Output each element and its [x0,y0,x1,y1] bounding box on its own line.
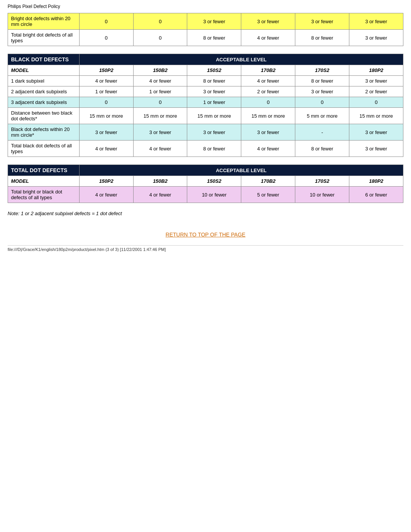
bright-yellow-v6: 3 or fewer [349,13,403,30]
black-dot-row-2-v3: 0 [241,97,295,108]
black-dot-row-4-v1: 3 or fewer [133,124,187,141]
black-dot-row-1-v1: 1 or fewer [133,86,187,97]
total-dot-model-150s2: 150S2 [187,176,241,187]
black-dot-model-150p2: 150P2 [79,65,133,76]
bright-yellow-row: Bright dot defects within 20 mm circle 0… [8,13,403,30]
return-link-container: RETURN TO TOP OF THE PAGE [8,232,403,238]
footer-bar: file:///D|/Grace/K1/english/180p2m/produ… [8,245,403,252]
black-dot-row-3-v1: 15 mm or more [133,108,187,124]
black-dot-model-150s2: 150S2 [187,65,241,76]
black-dot-row-0-v4: 8 or fewer [295,76,349,86]
total-dot-model-150p2: 150P2 [79,176,133,187]
black-dot-row-3-v0: 15 mm or more [79,108,133,124]
bright-total-v3: 8 or fewer [187,30,241,46]
black-dot-row-2-v1: 0 [133,97,187,108]
total-dot-acceptable-label: ACCEPTABLE LEVEL [79,165,403,176]
bright-total-v1: 0 [79,30,133,46]
black-dot-row-0-v3: 4 or fewer [241,76,295,86]
black-dot-row-5-v4: 8 or fewer [295,141,349,157]
total-dot-row-0-v2: 10 or fewer [187,187,241,203]
bright-total-v6: 3 or fewer [349,30,403,46]
total-dot-model-label: MODEL [8,176,80,187]
return-to-top-link[interactable]: RETURN TO TOP OF THE PAGE [166,232,245,238]
black-dot-model-180p2: 180P2 [349,65,403,76]
black-dot-row-3-v5: 15 mm or more [349,108,403,124]
black-dot-model-label: MODEL [8,65,80,76]
black-dot-row-1-label: 2 adjacent dark subpixels [8,86,80,97]
black-dot-row-3: Distance between two black dot defects* … [8,108,403,124]
black-dot-row-3-label: Distance between two black dot defects* [8,108,80,124]
bright-yellow-v3: 3 or fewer [187,13,241,30]
bright-dot-partial-table: Bright dot defects within 20 mm circle 0… [8,13,403,46]
total-dot-table: TOTAL DOT DEFECTS ACCEPTABLE LEVEL MODEL… [8,165,403,203]
bright-total-v2: 0 [133,30,187,46]
total-dot-model-180p2: 180P2 [349,176,403,187]
black-dot-row-3-v4: 5 mm or more [295,108,349,124]
black-dot-row-1-v5: 2 or fewer [349,86,403,97]
total-dot-model-170b2: 170B2 [241,176,295,187]
black-dot-row-3-v3: 15 mm or more [241,108,295,124]
bright-yellow-v4: 3 or fewer [241,13,295,30]
total-dot-row-0-label: Total bright or black dot defects of all… [8,187,80,203]
bright-yellow-v1: 0 [79,13,133,30]
black-dot-row-0-v1: 4 or fewer [133,76,187,86]
black-dot-row-0-v5: 3 or fewer [349,76,403,86]
black-dot-acceptable-label: ACCEPTABLE LEVEL [79,54,403,65]
total-dot-model-150b2: 150B2 [133,176,187,187]
black-dot-row-5-label: Total black dot defects of all types [8,141,80,157]
bright-total-v5: 8 or fewer [295,30,349,46]
black-dot-row-1-v3: 2 or fewer [241,86,295,97]
total-dot-model-170s2: 170S2 [295,176,349,187]
total-dot-row-0-v4: 10 or fewer [295,187,349,203]
black-dot-row-2-v0: 0 [79,97,133,108]
total-dot-row-0-v5: 6 or fewer [349,187,403,203]
black-dot-row-1-v4: 3 or fewer [295,86,349,97]
black-dot-model-170s2: 170S2 [295,65,349,76]
bright-total-label: Total bright dot defects of all types [8,30,80,46]
black-dot-row-2-v2: 1 or fewer [187,97,241,108]
black-dot-row-4-v0: 3 or fewer [79,124,133,141]
black-dot-row-4-v4: - [295,124,349,141]
bright-yellow-label: Bright dot defects within 20 mm circle [8,13,80,30]
black-dot-section-label: BLACK DOT DEFECTS [8,54,80,65]
black-dot-row-5: Total black dot defects of all types 4 o… [8,141,403,157]
black-dot-row-5-v5: 3 or fewer [349,141,403,157]
black-dot-table: BLACK DOT DEFECTS ACCEPTABLE LEVEL MODEL… [8,54,403,157]
black-dot-row-2-v4: 0 [295,97,349,108]
black-dot-model-170b2: 170B2 [241,65,295,76]
black-dot-row-5-v0: 4 or fewer [79,141,133,157]
total-dot-row-0-v3: 5 or fewer [241,187,295,203]
black-dot-row-0-v2: 8 or fewer [187,76,241,86]
bright-total-row: Total bright dot defects of all types 0 … [8,30,403,46]
bright-yellow-v2: 0 [133,13,187,30]
note-text: Note: 1 or 2 adjacent subpixel defects =… [8,211,403,216]
page-title: Philips Pixel Defect Policy [8,4,403,9]
black-dot-row-4-v2: 3 or fewer [187,124,241,141]
black-dot-row-4-v3: 3 or fewer [241,124,295,141]
total-dot-header-row: TOTAL DOT DEFECTS ACCEPTABLE LEVEL [8,165,403,176]
total-dot-row-0-v1: 4 or fewer [133,187,187,203]
black-dot-model-row: MODEL 150P2 150B2 150S2 170B2 170S2 180P… [8,65,403,76]
black-dot-row-0-v0: 4 or fewer [79,76,133,86]
black-dot-row-4: Black dot defects within 20 mm circle* 3… [8,124,403,141]
total-dot-row-0-v0: 4 or fewer [79,187,133,203]
black-dot-row-5-v3: 4 or fewer [241,141,295,157]
black-dot-row-4-label: Black dot defects within 20 mm circle* [8,124,80,141]
black-dot-row-1-v2: 3 or fewer [187,86,241,97]
black-dot-row-0-label: 1 dark subpixel [8,76,80,86]
black-dot-model-150b2: 150B2 [133,65,187,76]
total-dot-row-0: Total bright or black dot defects of all… [8,187,403,203]
black-dot-row-3-v2: 15 mm or more [187,108,241,124]
bright-yellow-v5: 3 or fewer [295,13,349,30]
black-dot-row-1-v0: 1 or fewer [79,86,133,97]
total-dot-model-row: MODEL 150P2 150B2 150S2 170B2 170S2 180P… [8,176,403,187]
black-dot-row-2-v5: 0 [349,97,403,108]
black-dot-row-5-v2: 8 or fewer [187,141,241,157]
black-dot-row-0: 1 dark subpixel 4 or fewer 4 or fewer 8 … [8,76,403,86]
black-dot-row-4-v5: 3 or fewer [349,124,403,141]
bright-total-v4: 4 or fewer [241,30,295,46]
black-dot-row-1: 2 adjacent dark subpixels 1 or fewer 1 o… [8,86,403,97]
total-dot-section-label: TOTAL DOT DEFECTS [8,165,80,176]
black-dot-row-2: 3 adjacent dark subpixels 0 0 1 or fewer… [8,97,403,108]
black-dot-row-2-label: 3 adjacent dark subpixels [8,97,80,108]
